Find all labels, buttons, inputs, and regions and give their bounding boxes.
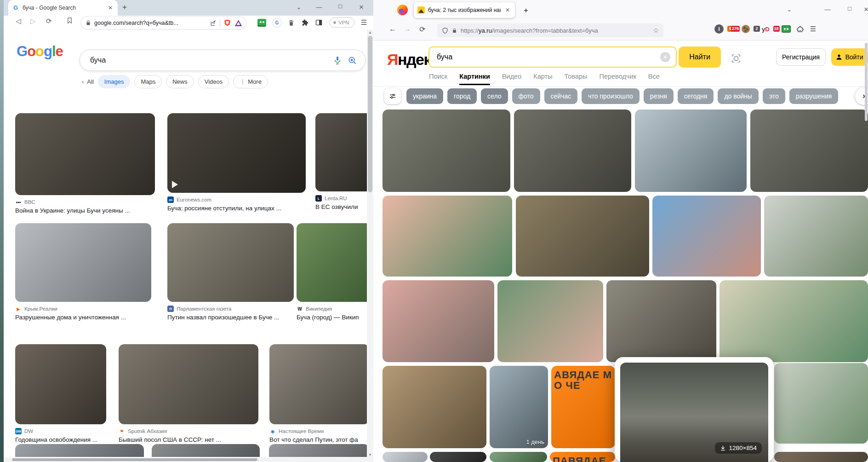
yandex-image-tile[interactable] (514, 110, 631, 192)
yandex-search-query[interactable]: буча (437, 53, 660, 61)
bookmark-icon[interactable] (66, 17, 73, 24)
login-button[interactable]: Войти (831, 48, 868, 66)
firefox-menu-icon[interactable]: ☰ (810, 25, 816, 33)
yandex-tab-все[interactable]: Все (648, 73, 660, 85)
yandex-image-tile[interactable] (606, 280, 716, 362)
filters-button[interactable] (384, 88, 401, 104)
forward-icon[interactable]: → (404, 25, 411, 33)
yandex-tab-видео[interactable]: Видео (502, 73, 521, 85)
brave-active-tab[interactable]: G буча - Google Search ✕ (8, 0, 118, 16)
new-tab-button[interactable]: + (122, 3, 127, 12)
tab-close-icon[interactable]: ✕ (107, 5, 114, 11)
filter-chip-maps[interactable]: Maps (134, 75, 162, 88)
address-bar[interactable]: https://ya.ru/images/search?from=tabbar&… (437, 23, 663, 37)
yandex-search-box[interactable]: буча ✕ (428, 46, 677, 68)
yandex-image-tile[interactable] (497, 280, 603, 362)
yandex-image-tile[interactable]: 1 день (490, 366, 548, 448)
register-button[interactable]: Регистрация (776, 48, 826, 66)
google-image-result[interactable] (269, 344, 369, 424)
cookie-extension-icon[interactable] (742, 25, 750, 33)
back-icon[interactable]: ← (389, 25, 396, 33)
google-search-box[interactable]: буча (80, 50, 365, 71)
download-size-badge[interactable]: 1280×854 (715, 442, 762, 454)
vertical-scrollbar-thumb[interactable] (865, 43, 868, 121)
yandex-image-tile[interactable] (750, 110, 868, 192)
minimize-button[interactable]: — (823, 6, 832, 13)
vertical-scrollbar-thumb[interactable] (368, 36, 372, 192)
yandex-image-tile[interactable] (383, 110, 510, 192)
yandex-image-tile[interactable] (720, 280, 868, 362)
related-chip[interactable]: украина (406, 88, 443, 104)
yandex-image-tile[interactable] (383, 196, 512, 277)
related-chip[interactable]: сейчас (544, 88, 578, 104)
result-title[interactable]: В ЕС озвучили (315, 203, 369, 210)
brave-shields-icon[interactable] (223, 18, 231, 27)
preview-image[interactable]: 1280×854 (620, 363, 768, 462)
vertical-scrollbar[interactable]: ▲ ▼ (367, 29, 373, 458)
result-title[interactable]: Буча: россияне отступили, на улицах ... (167, 205, 324, 212)
trash-extension-icon[interactable] (288, 19, 295, 27)
image-search-camera-icon[interactable] (730, 52, 742, 64)
yandex-image-tile[interactable] (490, 452, 547, 462)
yandex-image-tile[interactable]: АВЯДАЕ МО ЧЕ (551, 366, 615, 448)
bookmark-star-icon[interactable]: ☆ (653, 27, 659, 34)
robot-extension-icon[interactable] (782, 25, 791, 33)
forward-icon[interactable]: ▷ (30, 17, 36, 25)
maximize-button[interactable]: ☐ (845, 6, 854, 12)
related-chip[interactable]: село (481, 88, 508, 104)
extensions-puzzle-icon[interactable] (797, 25, 804, 33)
google-image-result[interactable] (15, 113, 155, 195)
yandex-image-tile[interactable] (383, 452, 428, 462)
filter-chip-all[interactable]: ‹All (82, 78, 94, 85)
image-preview-popup[interactable]: 1280×854 (615, 357, 774, 462)
filter-chip-images[interactable]: Images (98, 75, 131, 88)
result-title[interactable]: Война в Украине: улицы Бучи усеяны ... (15, 207, 173, 214)
tab-close-icon[interactable]: ✕ (504, 7, 511, 13)
result-title[interactable]: Разрушенные дома и уничтоженная ... (15, 314, 170, 321)
minimize-button[interactable]: — (314, 4, 324, 11)
result-title[interactable]: Путин назвал произошедшее в Буче ... (167, 314, 312, 321)
yd-extension-icon[interactable]: yD (762, 26, 770, 33)
related-chip[interactable]: это (763, 88, 785, 104)
translate-extension-icon[interactable]: G (273, 18, 281, 27)
tab-search-chevron-icon[interactable]: ⌄ (294, 4, 303, 11)
yandex-image-tile[interactable] (764, 196, 868, 277)
extension-i-icon[interactable]: I (714, 24, 724, 34)
filter-chip-more[interactable]: ⋮More (233, 75, 268, 88)
scroll-up-icon[interactable]: ▲ (367, 30, 373, 35)
clear-search-icon[interactable]: ✕ (660, 52, 670, 62)
google-image-result[interactable] (119, 344, 258, 424)
brave-menu-icon[interactable]: ☰ (361, 18, 367, 27)
extension-green-icon[interactable] (257, 19, 266, 27)
google-image-result[interactable] (152, 444, 260, 457)
google-image-result[interactable] (167, 223, 294, 302)
extensions-puzzle-icon[interactable] (301, 19, 308, 26)
yandex-image-tile[interactable] (383, 280, 494, 362)
google-image-result[interactable] (297, 223, 373, 302)
related-chip[interactable]: что произошло (582, 88, 640, 104)
mic-icon[interactable] (333, 56, 342, 65)
close-button[interactable]: ✕ (862, 6, 868, 13)
tracking-protection-shield-icon[interactable] (442, 27, 448, 34)
reload-icon[interactable]: ⟳ (419, 25, 425, 34)
related-chip[interactable]: город (447, 88, 477, 104)
yandex-image-tile[interactable]: ПАВЯДАЕМ (550, 452, 615, 462)
google-image-result[interactable] (269, 444, 369, 457)
close-button[interactable]: ✕ (357, 4, 366, 11)
google-image-result[interactable] (315, 113, 373, 191)
yandex-tab-товары[interactable]: Товары (565, 73, 588, 85)
google-image-result[interactable] (15, 344, 106, 424)
share-icon[interactable] (210, 19, 217, 26)
related-chip[interactable]: сегодня (678, 88, 714, 104)
new-tab-button[interactable]: + (521, 6, 531, 15)
brave-rewards-icon[interactable] (234, 19, 242, 27)
scroll-down-icon[interactable]: ▼ (367, 453, 373, 457)
sidebar-icon[interactable] (315, 19, 323, 26)
yandex-image-tile[interactable] (774, 452, 868, 462)
google-search-query[interactable]: буча (90, 56, 333, 64)
yandex-image-tile[interactable] (652, 196, 761, 277)
result-title[interactable]: Бывший посол США в СССР: нет ... (119, 436, 277, 443)
filter-chip-news[interactable]: News (166, 75, 194, 88)
list-tabs-chevron-icon[interactable]: ⌄ (785, 6, 794, 13)
horizontal-scrollbar[interactable] (4, 457, 373, 462)
